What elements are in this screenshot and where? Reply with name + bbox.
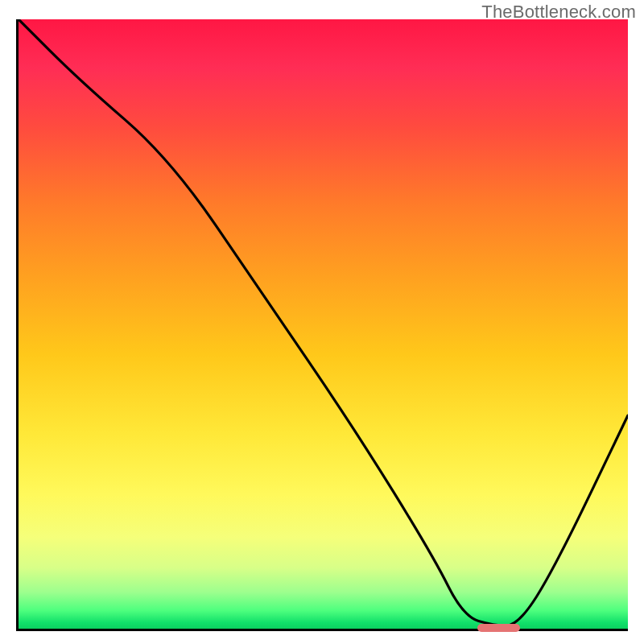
curve-path [19, 19, 628, 625]
chart-container: TheBottleneck.com [0, 0, 644, 644]
optimal-range-marker [477, 624, 520, 632]
plot-area [16, 19, 628, 631]
bottleneck-curve [19, 19, 628, 629]
